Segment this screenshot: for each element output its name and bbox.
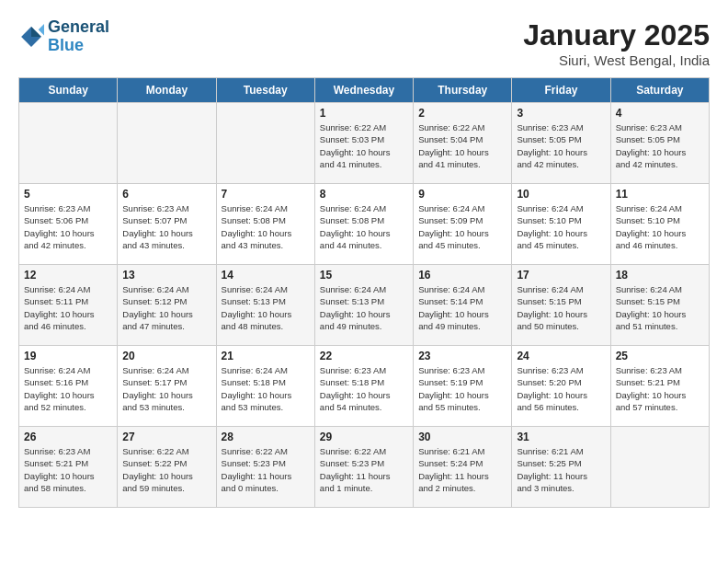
calendar-cell: 21Sunrise: 6:24 AM Sunset: 5:18 PM Dayli… [216, 346, 314, 427]
day-info: Sunrise: 6:24 AM Sunset: 5:08 PM Dayligh… [222, 202, 310, 251]
calendar-cell: 3Sunrise: 6:23 AM Sunset: 5:05 PM Daylig… [512, 103, 610, 184]
day-info: Sunrise: 6:21 AM Sunset: 5:24 PM Dayligh… [418, 445, 506, 494]
day-number: 31 [517, 431, 605, 443]
calendar-cell: 20Sunrise: 6:24 AM Sunset: 5:17 PM Dayli… [118, 346, 216, 427]
calendar-cell: 28Sunrise: 6:22 AM Sunset: 5:23 PM Dayli… [216, 427, 314, 508]
calendar-cell: 30Sunrise: 6:21 AM Sunset: 5:24 PM Dayli… [414, 427, 512, 508]
weekday-header-wednesday: Wednesday [314, 78, 413, 103]
day-info: Sunrise: 6:24 AM Sunset: 5:13 PM Dayligh… [222, 283, 310, 332]
calendar-cell: 22Sunrise: 6:23 AM Sunset: 5:18 PM Dayli… [314, 346, 413, 427]
day-info: Sunrise: 6:24 AM Sunset: 5:08 PM Dayligh… [320, 202, 408, 251]
day-number: 2 [418, 107, 506, 120]
calendar-cell: 11Sunrise: 6:24 AM Sunset: 5:10 PM Dayli… [610, 184, 709, 265]
day-info: Sunrise: 6:22 AM Sunset: 5:03 PM Dayligh… [320, 121, 408, 170]
day-number: 10 [517, 188, 605, 201]
calendar-cell: 8Sunrise: 6:24 AM Sunset: 5:08 PM Daylig… [314, 184, 413, 265]
day-info: Sunrise: 6:24 AM Sunset: 5:10 PM Dayligh… [616, 202, 704, 251]
day-info: Sunrise: 6:22 AM Sunset: 5:04 PM Dayligh… [418, 121, 506, 170]
day-info: Sunrise: 6:24 AM Sunset: 5:17 PM Dayligh… [122, 364, 210, 413]
calendar-cell: 25Sunrise: 6:23 AM Sunset: 5:21 PM Dayli… [610, 346, 709, 427]
day-info: Sunrise: 6:24 AM Sunset: 5:15 PM Dayligh… [517, 283, 605, 332]
weekday-header-tuesday: Tuesday [216, 78, 314, 103]
day-info: Sunrise: 6:23 AM Sunset: 5:18 PM Dayligh… [320, 364, 408, 413]
calendar-cell: 17Sunrise: 6:24 AM Sunset: 5:15 PM Dayli… [512, 265, 610, 346]
calendar-cell: 23Sunrise: 6:23 AM Sunset: 5:19 PM Dayli… [414, 346, 512, 427]
day-info: Sunrise: 6:23 AM Sunset: 5:05 PM Dayligh… [616, 121, 704, 170]
calendar-cell: 27Sunrise: 6:22 AM Sunset: 5:22 PM Dayli… [118, 427, 216, 508]
day-info: Sunrise: 6:23 AM Sunset: 5:20 PM Dayligh… [517, 364, 605, 413]
day-number: 26 [24, 431, 112, 443]
calendar-cell: 2Sunrise: 6:22 AM Sunset: 5:04 PM Daylig… [414, 103, 512, 184]
weekday-header-saturday: Saturday [610, 78, 709, 103]
day-number: 14 [222, 269, 310, 282]
calendar-cell: 14Sunrise: 6:24 AM Sunset: 5:13 PM Dayli… [216, 265, 314, 346]
calendar-cell: 31Sunrise: 6:21 AM Sunset: 5:25 PM Dayli… [512, 427, 610, 508]
day-info: Sunrise: 6:23 AM Sunset: 5:19 PM Dayligh… [418, 364, 506, 413]
day-info: Sunrise: 6:21 AM Sunset: 5:25 PM Dayligh… [517, 445, 605, 494]
day-number: 24 [517, 350, 605, 362]
calendar-cell: 4Sunrise: 6:23 AM Sunset: 5:05 PM Daylig… [610, 103, 709, 184]
calendar-week-4: 19Sunrise: 6:24 AM Sunset: 5:16 PM Dayli… [19, 346, 710, 427]
day-info: Sunrise: 6:23 AM Sunset: 5:21 PM Dayligh… [616, 364, 704, 413]
calendar-body: 1Sunrise: 6:22 AM Sunset: 5:03 PM Daylig… [19, 103, 710, 508]
calendar-header: SundayMondayTuesdayWednesdayThursdayFrid… [19, 78, 710, 103]
day-number: 6 [122, 188, 210, 201]
calendar-cell: 18Sunrise: 6:24 AM Sunset: 5:15 PM Dayli… [610, 265, 709, 346]
calendar-cell: 1Sunrise: 6:22 AM Sunset: 5:03 PM Daylig… [314, 103, 413, 184]
day-number: 29 [320, 431, 408, 443]
day-number: 16 [418, 269, 506, 282]
day-number: 17 [517, 269, 605, 282]
day-number: 11 [616, 188, 704, 201]
calendar-cell: 10Sunrise: 6:24 AM Sunset: 5:10 PM Dayli… [512, 184, 610, 265]
day-number: 27 [122, 431, 210, 443]
calendar-cell: 9Sunrise: 6:24 AM Sunset: 5:09 PM Daylig… [414, 184, 512, 265]
day-number: 25 [616, 350, 704, 362]
calendar-week-3: 12Sunrise: 6:24 AM Sunset: 5:11 PM Dayli… [19, 265, 710, 346]
calendar-cell: 15Sunrise: 6:24 AM Sunset: 5:13 PM Dayli… [314, 265, 413, 346]
calendar-cell: 26Sunrise: 6:23 AM Sunset: 5:21 PM Dayli… [19, 427, 118, 508]
title-block: January 2025 Siuri, West Bengal, India [523, 18, 710, 68]
day-info: Sunrise: 6:23 AM Sunset: 5:07 PM Dayligh… [122, 202, 210, 251]
day-number: 28 [222, 431, 310, 443]
calendar-cell: 5Sunrise: 6:23 AM Sunset: 5:06 PM Daylig… [19, 184, 118, 265]
calendar-table: SundayMondayTuesdayWednesdayThursdayFrid… [18, 77, 710, 508]
day-info: Sunrise: 6:24 AM Sunset: 5:10 PM Dayligh… [517, 202, 605, 251]
svg-marker-1 [31, 27, 41, 37]
calendar-week-1: 1Sunrise: 6:22 AM Sunset: 5:03 PM Daylig… [19, 103, 710, 184]
day-number: 21 [222, 350, 310, 362]
day-number: 20 [122, 350, 210, 362]
day-info: Sunrise: 6:24 AM Sunset: 5:13 PM Dayligh… [320, 283, 408, 332]
day-info: Sunrise: 6:24 AM Sunset: 5:09 PM Dayligh… [418, 202, 506, 251]
day-number: 13 [122, 269, 210, 282]
day-number: 4 [616, 107, 704, 120]
calendar-cell: 24Sunrise: 6:23 AM Sunset: 5:20 PM Dayli… [512, 346, 610, 427]
day-number: 9 [418, 188, 506, 201]
day-info: Sunrise: 6:23 AM Sunset: 5:06 PM Dayligh… [24, 202, 112, 251]
day-info: Sunrise: 6:22 AM Sunset: 5:23 PM Dayligh… [320, 445, 408, 494]
day-info: Sunrise: 6:24 AM Sunset: 5:14 PM Dayligh… [418, 283, 506, 332]
day-number: 23 [418, 350, 506, 362]
calendar-cell: 16Sunrise: 6:24 AM Sunset: 5:14 PM Dayli… [414, 265, 512, 346]
calendar-week-2: 5Sunrise: 6:23 AM Sunset: 5:06 PM Daylig… [19, 184, 710, 265]
calendar-cell: 29Sunrise: 6:22 AM Sunset: 5:23 PM Dayli… [314, 427, 413, 508]
page-header: General Blue January 2025 Siuri, West Be… [18, 18, 710, 68]
logo-icon [18, 24, 44, 50]
logo: General Blue [18, 18, 109, 55]
weekday-header-monday: Monday [118, 78, 216, 103]
day-info: Sunrise: 6:23 AM Sunset: 5:21 PM Dayligh… [24, 445, 112, 494]
day-info: Sunrise: 6:24 AM Sunset: 5:12 PM Dayligh… [122, 283, 210, 332]
day-info: Sunrise: 6:22 AM Sunset: 5:22 PM Dayligh… [122, 445, 210, 494]
day-number: 22 [320, 350, 408, 362]
day-number: 8 [320, 188, 408, 201]
day-number: 18 [616, 269, 704, 282]
calendar-cell: 7Sunrise: 6:24 AM Sunset: 5:08 PM Daylig… [216, 184, 314, 265]
calendar-cell: 6Sunrise: 6:23 AM Sunset: 5:07 PM Daylig… [118, 184, 216, 265]
weekday-header-sunday: Sunday [19, 78, 118, 103]
day-number: 19 [24, 350, 112, 362]
day-info: Sunrise: 6:22 AM Sunset: 5:23 PM Dayligh… [222, 445, 310, 494]
svg-marker-2 [39, 24, 44, 35]
calendar-cell [118, 103, 216, 184]
weekday-header-friday: Friday [512, 78, 610, 103]
calendar-cell: 12Sunrise: 6:24 AM Sunset: 5:11 PM Dayli… [19, 265, 118, 346]
day-info: Sunrise: 6:24 AM Sunset: 5:11 PM Dayligh… [24, 283, 112, 332]
